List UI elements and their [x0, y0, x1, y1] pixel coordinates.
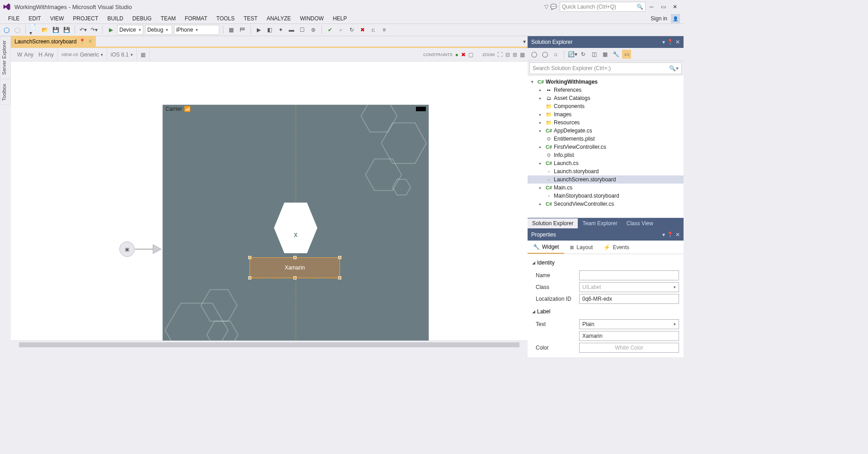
tree-item[interactable]: ▸C#Launch.cs [528, 159, 684, 167]
xamarin-logo[interactable]: X [273, 202, 318, 254]
tb-icon-10[interactable]: ⌿ [336, 25, 345, 34]
tb-icon-1[interactable]: ▦ [227, 25, 236, 34]
platform-select[interactable]: iPhone▾ [174, 25, 219, 35]
label-group-header[interactable]: ◢Label [532, 306, 679, 317]
ios-version-select[interactable]: iOS 8.1 [111, 52, 129, 58]
pane-close-icon[interactable]: ✕ [675, 232, 680, 238]
close-button[interactable]: ✕ [669, 2, 681, 11]
tab-overflow-icon[interactable]: ▾ [523, 38, 526, 45]
redo-button[interactable]: ↷▾ [90, 25, 99, 34]
menu-view[interactable]: VIEW [46, 14, 69, 23]
start-button[interactable]: ▶ [106, 25, 115, 34]
menu-window[interactable]: WINDOW [295, 14, 328, 23]
tree-item[interactable]: ▫MainStoryboard.storyboard [528, 192, 684, 200]
tree-item[interactable]: 📁Components [528, 102, 684, 110]
design-canvas[interactable]: ▣ Carrier 📶 [11, 61, 528, 348]
zoom-out-icon[interactable]: ⊟ [505, 52, 510, 58]
nav-fwd-button[interactable]: ◯ [13, 25, 22, 34]
tree-item[interactable]: ⚙Info.plist [528, 151, 684, 159]
horizontal-scrollbar[interactable] [11, 340, 528, 348]
tb-icon-2[interactable]: ⛿ [238, 25, 247, 34]
constraint-clear-icon[interactable]: ✖ [461, 52, 466, 58]
entry-point-arrow[interactable]: ▣ [119, 240, 162, 258]
properties-tab-widget[interactable]: 🔧Widget [528, 241, 564, 254]
properties-tab-events[interactable]: ⚡Events [598, 241, 635, 253]
tab-solution-explorer[interactable]: Solution Explorer [528, 218, 578, 228]
device-frame[interactable]: Carrier 📶 X Xam [162, 104, 429, 348]
constraint-frame-icon[interactable]: ▢ [468, 52, 473, 58]
avatar-icon[interactable]: 👤 [671, 14, 680, 23]
tb-icon-7[interactable]: ☐ [298, 25, 307, 34]
grid-icon[interactable]: ▦ [141, 52, 146, 58]
se-sync-icon[interactable]: 🔃▾ [568, 50, 577, 59]
document-tab-launchscreen[interactable]: LaunchScreen.storyboard 📍 ✕ [11, 36, 96, 47]
server-explorer-tab[interactable]: Server Explorer [0, 36, 11, 79]
tree-item[interactable]: ▫Launch.storyboard [528, 167, 684, 175]
restore-button[interactable]: ▭ [657, 2, 669, 11]
zoom-in-icon[interactable]: ⊞ [513, 52, 517, 58]
menu-test[interactable]: TEST [239, 14, 262, 23]
prop-locid-input[interactable]: 0q6-MR-edx [579, 294, 679, 304]
save-button[interactable]: 💾 [51, 25, 60, 34]
tree-item[interactable]: ▸C#SecondViewController.cs [528, 200, 684, 208]
menu-team[interactable]: TEAM [156, 14, 180, 23]
tb-icon-8[interactable]: ⊚ [309, 25, 318, 34]
toolbox-tab[interactable]: Toolbox [0, 80, 11, 105]
menu-analyze[interactable]: ANALYZE [262, 14, 296, 23]
pane-close-icon[interactable]: ✕ [675, 39, 680, 45]
prop-class-select[interactable]: UILabel▾ [579, 282, 679, 292]
pane-dropdown-icon[interactable]: ▾ [662, 232, 665, 238]
open-file-button[interactable]: 📂 [40, 25, 49, 34]
zoom-actual-icon[interactable]: ▦ [520, 52, 525, 58]
menu-help[interactable]: HELP [328, 14, 351, 23]
close-tab-icon[interactable]: ✕ [88, 38, 92, 44]
identity-group-header[interactable]: ◢Identity [532, 257, 679, 269]
solution-explorer-search[interactable]: Search Solution Explorer (Ctrl+;) 🔍▾ [529, 62, 682, 74]
new-project-button[interactable]: 📄▾ [29, 25, 38, 34]
menu-tools[interactable]: TOOLS [212, 14, 239, 23]
notifications-icon[interactable]: ▽ [544, 4, 548, 10]
tab-class-view[interactable]: Class View [622, 218, 658, 228]
zoom-fit-icon[interactable]: ⛶ [497, 52, 503, 58]
sign-in-link[interactable]: Sign in [651, 15, 667, 22]
tree-item[interactable]: ▾C#WorkingWithImages [528, 78, 684, 86]
selected-uilabel[interactable]: Xamarin [250, 257, 340, 278]
minimize-button[interactable]: ─ [646, 2, 657, 11]
undo-button[interactable]: ↶▾ [79, 25, 88, 34]
nav-back-button[interactable]: ◯ [2, 25, 11, 34]
prop-name-input[interactable] [579, 270, 679, 280]
tb-icon-4[interactable]: ◧ [265, 25, 274, 34]
sizeclass-any1[interactable]: Any [24, 52, 33, 58]
se-fwd-icon[interactable]: ◯ [540, 50, 549, 59]
config-select[interactable]: Debug▾ [145, 25, 172, 35]
tb-icon-6[interactable]: ▬ [287, 25, 296, 34]
prop-text-value-input[interactable]: Xamarin [579, 331, 679, 341]
viewas-select[interactable]: Generic [80, 52, 99, 58]
menu-edit[interactable]: EDIT [24, 14, 45, 23]
resize-handle-ne[interactable] [338, 256, 341, 259]
menu-file[interactable]: FILE [4, 14, 24, 23]
prop-text-mode-select[interactable]: Plain▾ [579, 319, 679, 329]
menu-project[interactable]: PROJECT [68, 14, 103, 23]
tb-icon-13[interactable]: ⎌ [369, 25, 378, 34]
tree-item[interactable]: ▸📁Resources [528, 118, 684, 127]
menu-build[interactable]: BUILD [103, 14, 127, 23]
device-select[interactable]: Device▾ [117, 25, 143, 35]
se-collapse-icon[interactable]: ◫ [590, 50, 599, 59]
tab-team-explorer[interactable]: Team Explorer [578, 218, 622, 228]
tree-item[interactable]: ▫LaunchScreen.storyboard [528, 175, 684, 184]
se-properties-icon[interactable]: 🔧 [611, 50, 620, 59]
tb-icon-5[interactable]: ✦ [276, 25, 285, 34]
pane-dropdown-icon[interactable]: ▾ [662, 39, 665, 45]
tree-item[interactable]: ▸📁Images [528, 110, 684, 118]
tree-item[interactable]: ▸▪▪References [528, 86, 684, 94]
properties-tab-layout[interactable]: ≣Layout [564, 241, 598, 253]
menu-debug[interactable]: DEBUG [128, 14, 156, 23]
tb-icon-9[interactable]: ✔ [326, 25, 335, 34]
resize-handle-nw[interactable] [248, 256, 251, 259]
se-showall-icon[interactable]: ▦ [600, 50, 609, 59]
tree-item[interactable]: ▸🗂Asset Catalogs [528, 94, 684, 102]
sizeclass-any2[interactable]: Any [44, 52, 54, 58]
tb-icon-11[interactable]: ↻ [347, 25, 356, 34]
pin-icon[interactable]: 📍 [79, 38, 85, 44]
